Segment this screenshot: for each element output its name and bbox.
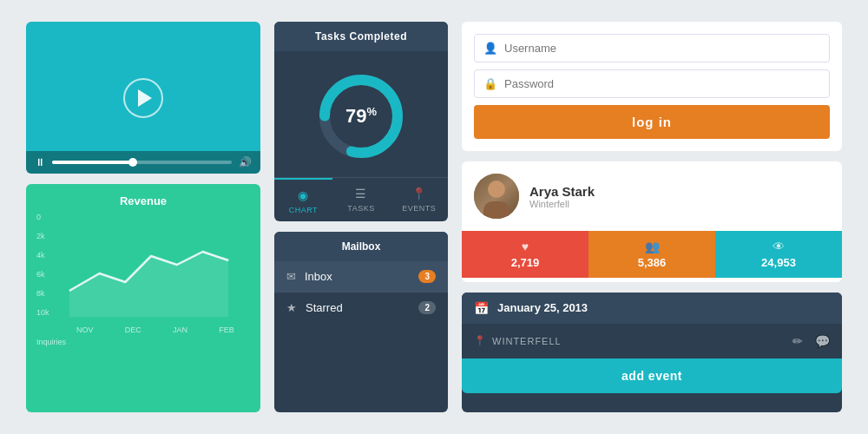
event-date: January 25, 2013 [497, 301, 588, 314]
progress-thumb [128, 158, 137, 167]
mailbox-starred-item[interactable]: ★ Starred 2 [274, 293, 448, 323]
tab-tasks-label: TASKS [347, 204, 374, 213]
y-label-8k: 8k [36, 289, 49, 298]
events-icon: 📍 [411, 187, 427, 201]
tasks-icon: ☰ [355, 187, 367, 201]
profile-card: Arya Stark Winterfell ♥ 2,719 👥 5,386 👁 … [462, 161, 842, 282]
username-input[interactable] [504, 42, 820, 55]
y-axis-labels: 10k 8k 6k 4k 2k 0 [36, 213, 49, 317]
user-icon: 👤 [483, 42, 497, 55]
edit-icon[interactable]: ✏ [792, 334, 803, 348]
volume-icon[interactable]: 🔊 [239, 156, 252, 168]
tab-tasks[interactable]: ☰ TASKS [332, 178, 391, 221]
y-label-10k: 10k [36, 308, 49, 317]
stat-likes-count: 2,719 [511, 256, 540, 269]
x-label-nov: NOV [76, 326, 94, 334]
play-button[interactable] [123, 78, 163, 118]
people-icon: 👥 [645, 240, 660, 253]
chart-title: Revenue [36, 194, 250, 207]
column-3: 👤 🔒 log in Arya Stark Winte [462, 22, 842, 412]
line-chart-svg [61, 213, 250, 317]
starred-icon: ★ [286, 301, 297, 314]
add-event-button[interactable]: add event [462, 358, 842, 393]
inbox-badge: 3 [418, 270, 436, 283]
tab-events-label: EVENTS [402, 204, 436, 213]
play-icon [138, 89, 152, 107]
mailbox-inbox-item[interactable]: ✉ Inbox 3 [274, 261, 448, 292]
event-location-text: WINTERFELL [492, 336, 562, 346]
username-field-wrapper: 👤 [474, 34, 830, 62]
avatar-face [488, 181, 505, 198]
heart-icon: ♥ [522, 240, 529, 253]
event-card: 📅 January 25, 2013 📍 WINTERFELL ✏ 💬 add … [462, 293, 842, 413]
profile-name: Arya Stark [529, 184, 595, 199]
tasks-header: Tasks Completed [274, 22, 448, 51]
starred-badge: 2 [418, 301, 436, 314]
tab-chart[interactable]: ◉ CHART [274, 178, 332, 221]
password-input[interactable] [504, 77, 820, 90]
profile-location: Winterfell [529, 199, 595, 209]
x-label-feb: FEB [219, 326, 234, 334]
progress-bar[interactable] [52, 161, 232, 164]
chart-icon: ◉ [298, 188, 309, 202]
lock-icon: 🔒 [483, 77, 497, 90]
event-action-icons: ✏ 💬 [792, 334, 830, 348]
progress-fill [52, 161, 133, 164]
eye-icon: 👁 [773, 240, 785, 253]
avatar-image [474, 174, 519, 219]
login-card: 👤 🔒 log in [462, 22, 842, 151]
y-label-6k: 6k [36, 270, 49, 279]
revenue-chart: Revenue 10k 8k 6k 4k 2k 0 NOV [26, 184, 260, 412]
y-label-2k: 2k [36, 232, 49, 240]
avatar-body [483, 201, 510, 219]
y-label-0: 0 [36, 213, 49, 221]
video-player: ⏸ 🔊 [26, 22, 260, 174]
calendar-icon: 📅 [474, 301, 489, 315]
tasks-tabs: ◉ CHART ☰ TASKS 📍 EVENTS [274, 177, 448, 221]
tasks-card: Tasks Completed 79% ◉ CH [274, 22, 448, 221]
y-label-4k: 4k [36, 251, 49, 260]
starred-label: Starred [306, 301, 410, 314]
column-1: ⏸ 🔊 Revenue 10k 8k 6k 4k 2k 0 [26, 22, 260, 412]
event-location: 📍 WINTERFELL [474, 335, 780, 346]
tab-chart-label: CHART [289, 206, 318, 214]
x-axis-labels: NOV DEC JAN FEB [61, 326, 250, 334]
password-field-wrapper: 🔒 [474, 69, 830, 98]
stat-likes[interactable]: ♥ 2,719 [462, 231, 589, 278]
login-button[interactable]: log in [474, 105, 830, 139]
column-2: Tasks Completed 79% ◉ CH [274, 22, 448, 412]
inbox-label: Inbox [305, 270, 410, 283]
inbox-icon: ✉ [286, 270, 296, 283]
stat-views-count: 24,953 [761, 256, 796, 269]
avatar [474, 174, 519, 219]
x-label-jan: JAN [173, 326, 187, 334]
profile-stats: ♥ 2,719 👥 5,386 👁 24,953 [462, 231, 842, 278]
chart-svg-wrapper [61, 213, 250, 317]
mailbox-card: Mailbox ✉ Inbox 3 ★ Starred 2 [274, 232, 448, 412]
chart-footer: Inquiries [36, 338, 250, 346]
profile-info: Arya Stark Winterfell [462, 161, 842, 231]
comment-icon[interactable]: 💬 [815, 334, 830, 348]
donut-percent: 79% [345, 105, 377, 128]
chart-area: 10k 8k 6k 4k 2k 0 NOV DEC JAN [36, 213, 250, 334]
location-pin-icon: 📍 [474, 335, 487, 346]
stat-followers[interactable]: 👥 5,386 [589, 231, 715, 278]
mailbox-header: Mailbox [274, 232, 448, 261]
donut-area: 79% [274, 51, 448, 177]
stat-followers-count: 5,386 [638, 256, 667, 269]
pause-button[interactable]: ⏸ [35, 156, 45, 168]
main-container: ⏸ 🔊 Revenue 10k 8k 6k 4k 2k 0 [17, 13, 851, 421]
event-header: 📅 January 25, 2013 [462, 293, 842, 324]
video-controls: ⏸ 🔊 [26, 151, 260, 174]
x-label-dec: DEC [125, 326, 141, 334]
profile-text: Arya Stark Winterfell [529, 184, 595, 209]
stat-views[interactable]: 👁 24,953 [715, 231, 842, 278]
tab-events[interactable]: 📍 EVENTS [390, 178, 448, 221]
donut-chart: 79% [313, 69, 409, 164]
event-actions: 📍 WINTERFELL ✏ 💬 [462, 324, 842, 358]
